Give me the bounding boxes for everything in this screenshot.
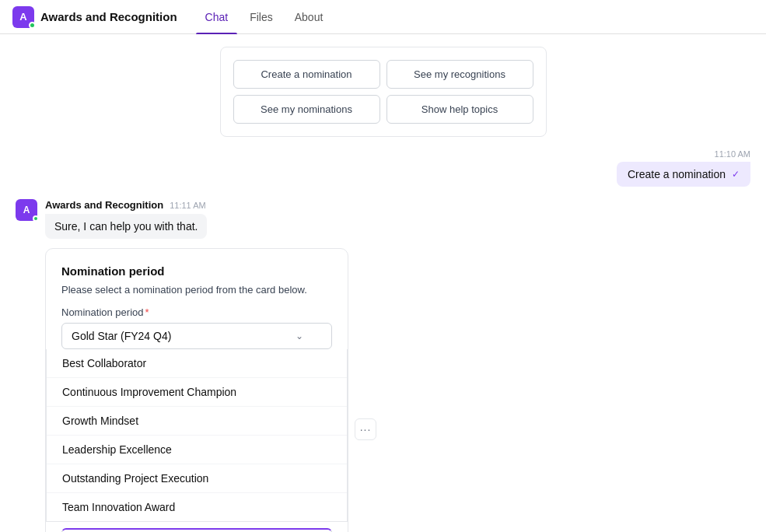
- dropdown-item-leadership-excellence[interactable]: Leadership Excellence: [47, 436, 347, 464]
- user-message-text: Create a nomination: [628, 168, 726, 180]
- bot-avatar-letter: A: [23, 205, 30, 215]
- user-message-bubble: Create a nomination ✓: [617, 162, 750, 187]
- nomination-card: Nomination period Please select a nomina…: [45, 248, 348, 532]
- more-options-button[interactable]: ···: [355, 418, 376, 440]
- dropdown-list: Best Collaborator Continuous Improvement…: [46, 349, 348, 522]
- tab-chat[interactable]: Chat: [196, 0, 238, 34]
- see-recognitions-btn[interactable]: See my recognitions: [386, 60, 533, 89]
- dropdown-selected-value: Gold Star (FY24 Q4): [72, 330, 171, 342]
- user-message-time: 11:10 AM: [715, 149, 750, 159]
- more-options-icon: ···: [360, 423, 372, 436]
- message-bubble: Sure, I can help you with that.: [45, 214, 207, 239]
- user-message-area: 11:10 AM Create a nomination ✓: [0, 146, 766, 190]
- message-meta: Awards and Recognition 11:11 AM: [45, 199, 348, 211]
- nav-tabs: Chat Files About: [196, 0, 333, 33]
- bot-avatar: A: [16, 199, 37, 221]
- create-nomination-btn[interactable]: Create a nomination: [233, 60, 380, 89]
- second-dropdown[interactable]: ⌄: [61, 528, 332, 532]
- bot-message-row: A Awards and Recognition 11:11 AM Sure, …: [0, 199, 766, 532]
- online-dot: [29, 22, 36, 29]
- dropdown-item-best-collaborator[interactable]: Best Collaborator: [47, 349, 347, 378]
- app-title: Awards and Recognition: [40, 10, 177, 23]
- avatar-letter: A: [19, 11, 26, 23]
- quick-actions-card: Create a nomination See my recognitions …: [220, 47, 547, 137]
- chevron-down-icon: ⌄: [296, 331, 303, 341]
- app-avatar: A: [12, 6, 34, 28]
- message-time: 11:11 AM: [170, 201, 205, 210]
- dropdown-item-team-innovation[interactable]: Team Innovation Award: [47, 493, 347, 521]
- message-sender: Awards and Recognition: [45, 199, 163, 211]
- card-title: Nomination period: [61, 264, 332, 278]
- see-nominations-btn[interactable]: See my nominations: [233, 95, 380, 124]
- chat-main: Create a nomination See my recognitions …: [0, 34, 766, 532]
- top-nav: A Awards and Recognition Chat Files Abou…: [0, 0, 766, 34]
- tab-files[interactable]: Files: [240, 0, 282, 34]
- nomination-card-inner: Nomination period Please select a nomina…: [46, 249, 348, 349]
- field-label: Nomination period *: [61, 306, 332, 318]
- quick-actions-grid: Create a nomination See my recognitions …: [233, 60, 533, 124]
- check-icon: ✓: [732, 169, 740, 180]
- card-description: Please select a nomination period from t…: [61, 284, 332, 296]
- chat-area: Create a nomination See my recognitions …: [0, 34, 766, 532]
- bot-message-text: Sure, I can help you with that.: [54, 220, 198, 233]
- dropdown-item-outstanding-project[interactable]: Outstanding Project Execution: [47, 464, 347, 493]
- bot-message-content: Awards and Recognition 11:11 AM Sure, I …: [45, 199, 348, 532]
- show-help-btn[interactable]: Show help topics: [386, 95, 533, 124]
- dropdown-item-growth-mindset[interactable]: Growth Mindset: [47, 407, 347, 436]
- required-star: *: [145, 306, 149, 318]
- dropdown-item-continuous-improvement[interactable]: Continuous Improvement Champion: [47, 378, 347, 407]
- nomination-period-dropdown[interactable]: Gold Star (FY24 Q4) ⌄: [61, 323, 332, 349]
- bot-online-dot: [33, 215, 39, 222]
- tab-about[interactable]: About: [285, 0, 333, 34]
